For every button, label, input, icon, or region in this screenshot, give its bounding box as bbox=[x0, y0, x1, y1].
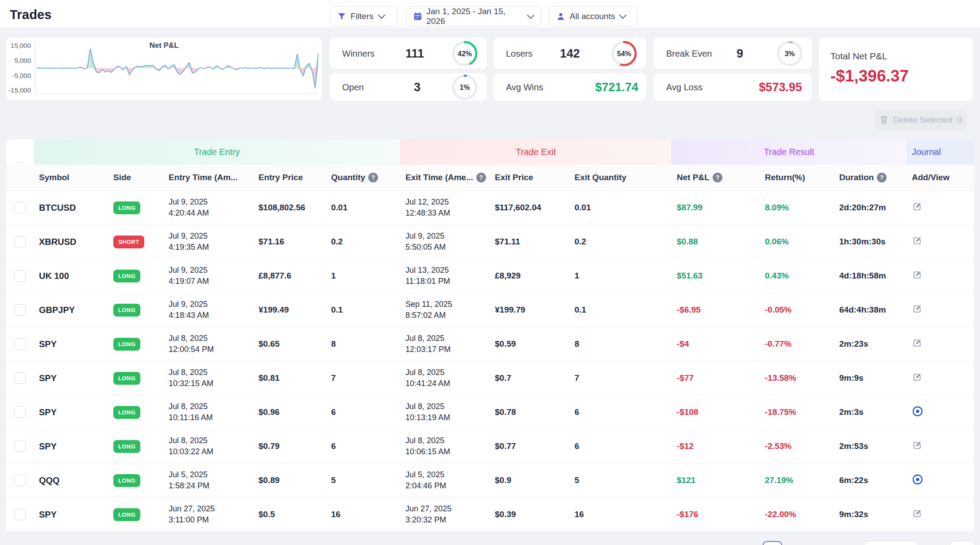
column-header-label: Duration bbox=[839, 173, 874, 182]
exit-quantity-cell: 5 bbox=[569, 475, 671, 485]
side-badge: LONG bbox=[113, 270, 140, 282]
row-checkbox[interactable] bbox=[14, 338, 26, 350]
pagination-next-button[interactable] bbox=[950, 541, 975, 545]
return-pct-cell: -0.77% bbox=[760, 339, 834, 349]
duration-cell: 6m:22s bbox=[834, 475, 907, 485]
symbol-cell: XBRUSD bbox=[34, 237, 108, 247]
stat-label: Winners bbox=[342, 48, 374, 58]
entry-time-cell: Jul 9, 20254:19:07 AM bbox=[163, 265, 253, 287]
row-checkbox[interactable] bbox=[14, 475, 26, 486]
exit-time-cell: Sep 11, 20258:57:02 AM bbox=[400, 299, 490, 321]
journal-edit-button[interactable] bbox=[912, 508, 922, 519]
quantity-cell: 1 bbox=[326, 271, 400, 281]
entry-price-cell: $0.81 bbox=[253, 373, 326, 383]
row-checkbox[interactable] bbox=[14, 406, 26, 418]
exit-price-cell: £8,929 bbox=[490, 271, 569, 281]
column-header-label: Side bbox=[113, 173, 131, 182]
y-axis-tick: 5,000 bbox=[8, 57, 31, 64]
table-row[interactable]: SPYLONGJun 27, 20253:11:00 PM$0.516Jun 2… bbox=[6, 497, 974, 531]
row-checkbox[interactable] bbox=[14, 236, 26, 247]
row-checkbox[interactable] bbox=[14, 304, 26, 316]
y-axis-tick: -15,000 bbox=[8, 86, 31, 94]
date-range-button[interactable]: Jan 1, 2025 - Jan 15, 2026 bbox=[406, 6, 541, 26]
net-pnl-cell: $0.88 bbox=[671, 237, 760, 247]
journal-edit-button[interactable] bbox=[912, 372, 922, 383]
entry-price-cell: $0.89 bbox=[253, 475, 326, 485]
stat-label: Avg Loss bbox=[666, 82, 702, 93]
column-header-quantity: Quantity? bbox=[326, 173, 400, 182]
info-icon: ? bbox=[713, 173, 722, 182]
journal-edit-button[interactable] bbox=[912, 304, 922, 314]
netpnl-line-chart bbox=[35, 39, 320, 98]
table-row[interactable]: SPYLONGJul 8, 202510:11:16 AM$0.966Jul 8… bbox=[6, 395, 974, 429]
pagination-current-page-button[interactable] bbox=[763, 541, 782, 545]
stat-label: Total Net P&L bbox=[830, 51, 887, 62]
row-checkbox[interactable] bbox=[14, 372, 26, 384]
stat-card-total-net-pnl: Total Net P&L -$1,396.37 bbox=[819, 38, 973, 101]
chevron-down-icon bbox=[378, 11, 385, 19]
losers-donut: 54% bbox=[610, 39, 638, 68]
delete-selected-button[interactable]: Delete Selected: 0 bbox=[875, 109, 966, 130]
pagination-page-size-button[interactable] bbox=[864, 541, 918, 545]
journal-view-button[interactable] bbox=[912, 474, 923, 485]
duration-cell: 1h:30m:30s bbox=[834, 237, 907, 247]
quantity-cell: 0.1 bbox=[326, 305, 400, 315]
duration-cell: 2d:20h:27m bbox=[834, 203, 907, 213]
table-row[interactable]: UK 100LONGJul 9, 20254:19:07 AM£8,877.61… bbox=[6, 259, 974, 293]
column-header-label: Symbol bbox=[39, 173, 69, 182]
table-row[interactable]: QQQLONGJul 5, 20251:58:24 PM$0.895Jul 5,… bbox=[6, 463, 974, 497]
side-cell: LONG bbox=[108, 406, 163, 419]
journal-edit-button[interactable] bbox=[912, 440, 922, 451]
filters-button[interactable]: Filters bbox=[330, 6, 397, 26]
svg-text:42%: 42% bbox=[458, 50, 472, 58]
side-cell: LONG bbox=[108, 270, 163, 282]
row-checkbox[interactable] bbox=[14, 441, 26, 452]
top-bar: Trades Filters Jan 1, 2025 - Jan 15, 202… bbox=[0, 0, 980, 27]
quantity-cell: 5 bbox=[326, 475, 400, 485]
stat-value: $721.74 bbox=[595, 81, 638, 94]
side-badge: LONG bbox=[113, 474, 140, 487]
net-pnl-cell: $121 bbox=[671, 475, 760, 485]
column-header-entry-price: Entry Price bbox=[253, 173, 326, 182]
eye-icon bbox=[912, 474, 923, 485]
table-row[interactable]: BTCUSDLONGJul 9, 20254:20:44 AM$108,802.… bbox=[6, 190, 974, 224]
net-pnl-cell: -$12 bbox=[671, 441, 760, 451]
journal-cell bbox=[907, 474, 974, 487]
accounts-button[interactable]: All accounts bbox=[549, 6, 637, 26]
entry-time-cell: Jul 8, 202510:11:16 AM bbox=[163, 401, 253, 423]
filter-icon bbox=[337, 12, 346, 21]
net-pnl-cell: -$176 bbox=[671, 510, 760, 519]
exit-time-cell: Jul 9, 20255:50:05 AM bbox=[400, 231, 490, 253]
return-pct-cell: 8.09% bbox=[760, 203, 834, 213]
entry-time-cell: Jul 5, 20251:58:24 PM bbox=[163, 469, 253, 491]
journal-edit-button[interactable] bbox=[912, 236, 922, 246]
table-row[interactable]: SPYLONGJul 8, 202510:32:15 AM$0.817Jul 8… bbox=[6, 361, 974, 395]
journal-edit-button[interactable] bbox=[912, 338, 922, 348]
side-cell: LONG bbox=[108, 508, 163, 521]
row-checkbox[interactable] bbox=[14, 270, 26, 282]
journal-edit-button[interactable] bbox=[912, 201, 922, 212]
return-pct-cell: -0.05% bbox=[760, 305, 834, 315]
side-badge: LONG bbox=[113, 201, 140, 214]
row-checkbox[interactable] bbox=[14, 509, 26, 520]
table-row[interactable]: GBPJPYLONGJul 9, 20254:18:43 AM¥199.490.… bbox=[6, 293, 974, 327]
edit-icon bbox=[912, 372, 922, 383]
journal-view-button[interactable] bbox=[912, 406, 923, 417]
side-badge: SHORT bbox=[113, 236, 144, 248]
exit-price-cell: $0.77 bbox=[490, 441, 569, 451]
exit-quantity-cell: 16 bbox=[569, 510, 671, 519]
open-donut: 1% bbox=[451, 73, 479, 101]
trash-icon bbox=[880, 115, 888, 125]
journal-edit-button[interactable] bbox=[912, 270, 922, 280]
journal-cell bbox=[907, 508, 974, 521]
table-row[interactable]: SPYLONGJul 8, 202510:03:22 AM$0.796Jul 8… bbox=[6, 429, 974, 463]
row-checkbox[interactable] bbox=[14, 202, 26, 213]
duration-cell: 2m:3s bbox=[834, 407, 907, 417]
table-row[interactable]: SPYLONGJul 8, 202512:00:54 PM$0.658Jul 8… bbox=[6, 327, 974, 361]
stat-card-avg-wins: Avg Wins $721.74 bbox=[494, 73, 646, 101]
column-header-label: Quantity bbox=[331, 173, 365, 182]
exit-time-cell: Jul 5, 20252:04:46 PM bbox=[400, 469, 490, 491]
column-header-label: Entry Price bbox=[259, 173, 303, 182]
table-row[interactable]: XBRUSDSHORTJul 9, 20254:19:35 AM$71.160.… bbox=[6, 224, 974, 259]
break-even-donut: 3% bbox=[776, 39, 804, 68]
